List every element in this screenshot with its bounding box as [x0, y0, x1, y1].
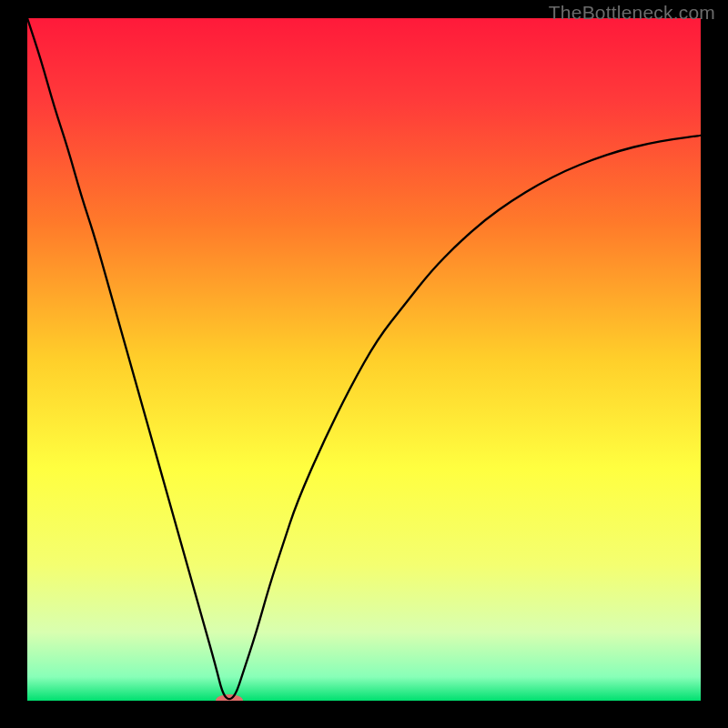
chart-svg — [27, 18, 701, 701]
watermark-text: TheBottleneck.com — [549, 2, 715, 24]
plot-area — [27, 18, 701, 701]
chart-frame: TheBottleneck.com — [0, 0, 728, 728]
